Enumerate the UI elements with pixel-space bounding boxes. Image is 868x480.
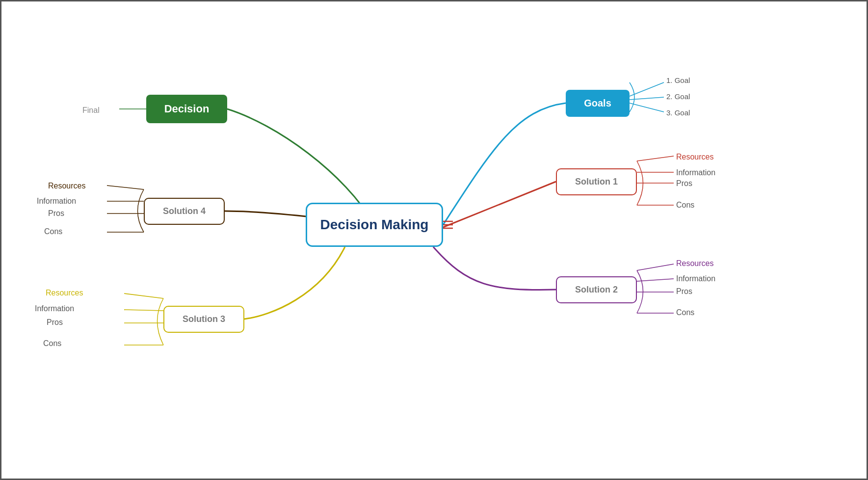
- solution1-pros: Pros: [676, 179, 692, 188]
- solution3-cons: Cons: [43, 339, 61, 348]
- solution3-label: Solution 3: [183, 314, 225, 324]
- solution2-label: Solution 2: [575, 285, 618, 295]
- solution4-pros: Pros: [48, 209, 64, 218]
- mind-map-canvas: Decision Making Goals 1. Goal 2. Goal 3.…: [0, 0, 868, 480]
- solution2-cons: Cons: [676, 308, 694, 317]
- solution4-cons: Cons: [44, 227, 62, 236]
- svg-line-3: [630, 82, 664, 96]
- svg-line-11: [637, 279, 674, 281]
- svg-line-14: [107, 186, 144, 189]
- solution1-information: Information: [676, 168, 715, 177]
- svg-line-18: [124, 293, 163, 298]
- solution4-information: Information: [37, 197, 76, 206]
- solution4-resources: Resources: [48, 182, 85, 190]
- goal-item-3: 3. Goal: [666, 108, 690, 117]
- svg-line-4: [630, 97, 664, 100]
- solution3-resources: Resources: [46, 289, 83, 297]
- solution3-information: Information: [35, 304, 74, 313]
- solution1-label: Solution 1: [575, 177, 618, 187]
- svg-line-10: [637, 264, 674, 270]
- solution4-node[interactable]: Solution 4: [144, 198, 225, 225]
- solution2-information: Information: [676, 274, 715, 283]
- solution3-pros: Pros: [47, 318, 63, 327]
- solution1-resources: Resources: [676, 153, 713, 161]
- center-node[interactable]: Decision Making: [306, 203, 443, 247]
- final-label: Final: [82, 106, 100, 115]
- goals-label: Goals: [584, 98, 611, 109]
- goal-item-1: 1. Goal: [666, 76, 690, 84]
- svg-line-19: [124, 310, 163, 311]
- solution1-node[interactable]: Solution 1: [556, 168, 637, 195]
- solution1-cons: Cons: [676, 201, 694, 210]
- goal-item-2: 2. Goal: [666, 92, 690, 101]
- decision-node[interactable]: Decision: [146, 95, 227, 123]
- solution2-pros: Pros: [676, 287, 692, 296]
- solution4-label: Solution 4: [163, 206, 206, 216]
- decision-label: Decision: [164, 103, 210, 115]
- svg-line-6: [637, 156, 674, 161]
- solution2-node[interactable]: Solution 2: [556, 276, 637, 303]
- solution3-node[interactable]: Solution 3: [163, 306, 244, 333]
- center-label: Decision Making: [320, 217, 429, 233]
- svg-line-5: [630, 103, 664, 112]
- goals-node[interactable]: Goals: [566, 90, 630, 117]
- solution2-resources: Resources: [676, 259, 713, 268]
